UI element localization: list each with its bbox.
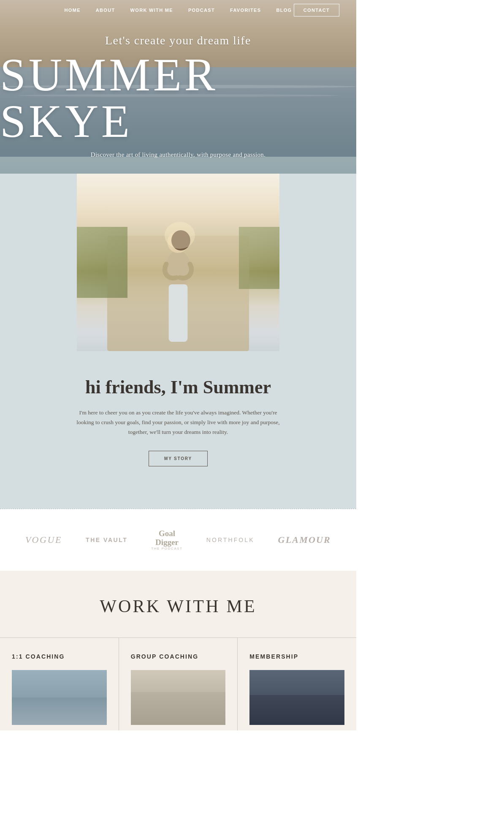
navigation: HOME ABOUT WORK WITH ME PODCAST FAVORITE…	[0, 0, 356, 20]
svg-point-4	[165, 222, 195, 249]
nav-home[interactable]: HOME	[65, 8, 81, 13]
my-story-button[interactable]: MY STORY	[149, 451, 208, 466]
press-vogue: VOGUE	[25, 534, 62, 545]
contact-button[interactable]: CONTACT	[294, 4, 339, 16]
coaching-card[interactable]: 1:1 COACHING	[0, 637, 119, 730]
nav-work-with-me[interactable]: WORK WITH ME	[130, 8, 173, 13]
intro-body-text: I'm here to cheer you on as you create t…	[73, 408, 284, 437]
intro-section: hi friends, I'm Summer I'm here to cheer…	[0, 174, 356, 509]
press-glamour: GLAMOUR	[278, 534, 331, 545]
membership-card-image	[249, 670, 344, 725]
work-cards-container: 1:1 COACHING GROUP COACHING MEMBERSH	[0, 637, 356, 730]
nav-blog[interactable]: BLOG	[276, 8, 292, 13]
group-coaching-card-title: GROUP COACHING	[131, 653, 226, 660]
svg-point-0	[165, 251, 191, 288]
nav-about[interactable]: ABOUT	[96, 8, 115, 13]
hero-main-title: SUMMER SKYE	[0, 52, 356, 144]
hero-tagline: Let's create your dream life	[105, 34, 251, 47]
press-vault: THE VAULT	[86, 537, 127, 543]
intro-text-section: hi friends, I'm Summer I'm here to cheer…	[0, 351, 356, 483]
nav-favorites[interactable]: FAVORITES	[230, 8, 261, 13]
svg-rect-3	[169, 284, 188, 342]
coaching-card-image	[12, 670, 107, 725]
intro-heading: hi friends, I'm Summer	[51, 376, 306, 398]
portrait-image	[77, 174, 279, 351]
press-goal-digger: Goal Digger THE PODCAST	[151, 529, 183, 551]
person-silhouette	[144, 207, 212, 351]
nav-links: HOME ABOUT WORK WITH ME PODCAST FAVORITE…	[17, 8, 339, 13]
portrait-container	[0, 174, 356, 351]
membership-card[interactable]: MEMBERSHIP	[238, 637, 356, 730]
portrait-frame	[77, 174, 279, 351]
hero-description: Discover the art of living authentically…	[91, 151, 266, 158]
coaching-card-title: 1:1 COACHING	[12, 653, 107, 660]
group-coaching-card-image	[131, 670, 226, 725]
membership-image-bg	[249, 670, 344, 725]
work-section-title: WORK WITH ME	[0, 596, 356, 616]
nav-podcast[interactable]: PODCAST	[188, 8, 215, 13]
press-section: VOGUE THE VAULT Goal Digger THE PODCAST …	[0, 509, 356, 571]
press-northfolk: NORTHFOLK	[206, 537, 255, 543]
group-image-bg	[131, 670, 226, 725]
coaching-image-bg	[12, 670, 107, 725]
group-coaching-card[interactable]: GROUP COACHING	[119, 637, 238, 730]
work-section: WORK WITH ME 1:1 COACHING GROUP COACHING	[0, 571, 356, 730]
membership-card-title: MEMBERSHIP	[249, 653, 344, 660]
